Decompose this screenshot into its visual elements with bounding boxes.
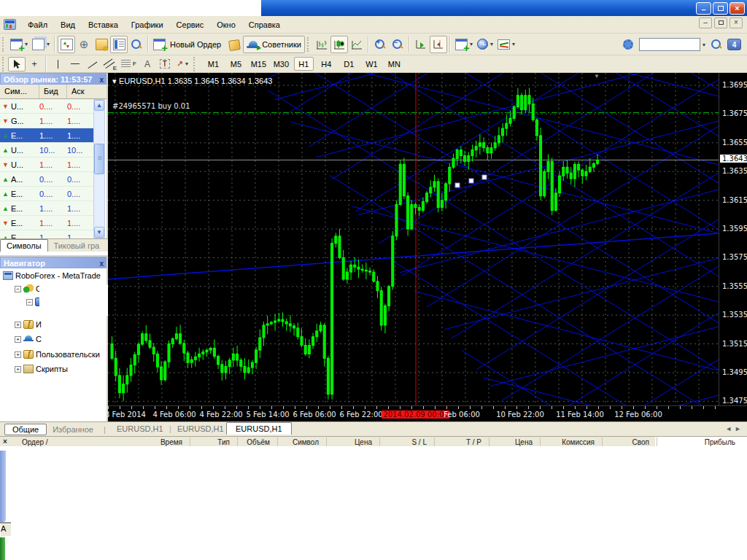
market-watch-toggle-button[interactable]	[58, 36, 75, 53]
templates-button[interactable]: ▾	[495, 36, 517, 53]
market-watch-row[interactable]: ▼G...1....1....	[0, 114, 95, 128]
community-button[interactable]: 4	[727, 39, 741, 50]
terminal-column-8[interactable]: Цена	[474, 438, 533, 446]
timeframe-m5-button[interactable]: M5	[226, 57, 246, 71]
indicators-button[interactable]: ▾	[453, 36, 475, 53]
scroll-thumb[interactable]	[94, 144, 104, 174]
timeframe-h1-button[interactable]: H1	[294, 57, 314, 71]
chart-shift-marker-icon[interactable]: ▼	[594, 73, 600, 79]
metaeditor-button[interactable]	[225, 36, 243, 53]
collapse-icon[interactable]: −	[15, 286, 21, 292]
price-axis[interactable]: 1.36951.36751.36551.36351.36151.35951.35…	[719, 73, 747, 420]
expand-icon[interactable]: +	[15, 336, 21, 343]
zoom-out-button[interactable]: −	[389, 36, 406, 53]
child-close-button[interactable]: ×	[729, 18, 743, 28]
bar-chart-button[interactable]	[313, 36, 330, 53]
menu-окно[interactable]: Окно	[210, 18, 242, 31]
market-watch-row[interactable]: ▲E...0....0....	[0, 187, 95, 201]
strategy-tester-button[interactable]	[128, 36, 145, 53]
menu-графики[interactable]: Графики	[125, 18, 170, 31]
terminal-column-6[interactable]: S / L	[368, 438, 427, 446]
auto-scroll-button[interactable]	[412, 36, 430, 53]
tab-tick-chart[interactable]: Тиковый гра	[48, 240, 106, 252]
trendline-tool-button[interactable]	[84, 57, 101, 71]
market-watch-row[interactable]: ▲E...1....1....	[0, 201, 95, 216]
terminal-column-11[interactable]: Прибыль	[677, 438, 735, 446]
fibonacci-tool-button[interactable]: F	[119, 57, 139, 71]
terminal-column-7[interactable]: T / P	[423, 438, 481, 446]
window-close-button[interactable]: ×	[729, 2, 745, 15]
chart-shift-button[interactable]	[430, 36, 447, 53]
autotrading-settings-button[interactable]	[619, 36, 637, 53]
search-dropdown-arrow[interactable]: ▾	[703, 42, 705, 48]
tab-symbols[interactable]: Символы	[0, 239, 48, 252]
child-minimize-button[interactable]: –	[699, 18, 712, 28]
terminal-toggle-button[interactable]	[110, 36, 128, 53]
market-watch-row[interactable]: ▼E...1....1....	[0, 216, 95, 230]
collapse-icon[interactable]: −	[26, 299, 33, 306]
timeframe-h4-button[interactable]: H4	[317, 57, 336, 71]
market-watch-row[interactable]: ▲E...1....1....	[0, 128, 95, 143]
toolbar-grip[interactable]	[2, 57, 6, 71]
menu-вид[interactable]: Вид	[54, 18, 82, 31]
timeframe-m15-button[interactable]: M15	[249, 57, 268, 71]
terminal-column-10[interactable]: Своп	[591, 438, 649, 446]
candlestick-chart-button[interactable]	[330, 36, 348, 53]
terminal-close-icon[interactable]: ×	[3, 438, 7, 446]
navigator-item-с[interactable]: +С	[15, 335, 42, 343]
navigator-item-с[interactable]: −С	[15, 284, 42, 293]
new-chart-button[interactable]: ▾	[8, 36, 30, 53]
periods-button[interactable]: ▾	[475, 36, 495, 53]
column-ask[interactable]: Аск	[67, 85, 92, 98]
data-window-button[interactable]: ⊕	[75, 36, 93, 53]
arrows-tool-button[interactable]: ↗▾	[174, 57, 191, 71]
column-bid[interactable]: Бид	[39, 85, 67, 98]
market-watch-row[interactable]: ▼U...1....1....	[0, 158, 95, 172]
line-chart-button[interactable]	[348, 36, 365, 53]
menu-вставка[interactable]: Вставка	[82, 18, 125, 31]
toolbar-grip[interactable]	[193, 57, 197, 71]
expert-advisors-button[interactable]: ▶ Советники	[243, 36, 305, 53]
chart-tab-2[interactable]: EURUSD,H1	[226, 422, 292, 435]
expand-icon[interactable]: +	[15, 366, 21, 373]
cursor-tool-button[interactable]	[8, 57, 26, 71]
window-maximize-button[interactable]	[713, 2, 728, 15]
terminal-column-4[interactable]: Символ	[260, 438, 319, 446]
menu-сервис[interactable]: Сервис	[170, 18, 211, 31]
expand-icon[interactable]: +	[15, 351, 21, 358]
search-input[interactable]	[639, 38, 700, 51]
menu-справка[interactable]: Справка	[242, 18, 287, 31]
search-button[interactable]	[708, 36, 725, 53]
chart-tab-0[interactable]: EURUSD,H1	[117, 424, 163, 433]
navigator-item-скрипты[interactable]: +Скрипты	[15, 365, 68, 373]
navigator-item-roboforex - metatrade[interactable]: RoboForex - MetaTrade	[3, 271, 101, 280]
vertical-line-tool-button[interactable]	[49, 57, 66, 71]
channel-tool-button[interactable]: E	[101, 57, 119, 71]
profiles-button[interactable]: ▾	[30, 36, 52, 53]
market-watch-scrollbar[interactable]: ▲ ▼	[93, 99, 105, 238]
chart-tabs-scroll-arrows[interactable]: ◄►	[725, 425, 744, 432]
zoom-in-button[interactable]: +	[371, 36, 389, 53]
terminal-column-5[interactable]: Цена	[314, 438, 372, 446]
chart-tab-1[interactable]: EURUSD,H1	[177, 424, 224, 433]
toolbar-grip[interactable]	[307, 37, 311, 52]
scroll-down-icon[interactable]: ▼	[94, 227, 104, 238]
navigator-toggle-button[interactable]	[93, 36, 110, 53]
terminal-column-9[interactable]: Комиссия	[536, 438, 595, 446]
navigator-item-пользовательски[interactable]: +Пользовательски	[15, 350, 100, 359]
market-watch-row[interactable]: ▲U...10...10...	[0, 143, 95, 158]
tab-favorites[interactable]: Избранное	[47, 424, 99, 435]
menu-файл[interactable]: Файл	[21, 18, 54, 31]
new-order-button[interactable]: Новый Ордер	[151, 36, 225, 53]
chart-plot[interactable]: ▾ EURUSD,H1 1.3635 1.3645 1.3634 1.3643 …	[108, 73, 719, 405]
tab-common[interactable]: Общие	[4, 424, 47, 435]
terminal-column-0[interactable]: Ордер /	[22, 438, 48, 446]
text-tool-button[interactable]: A	[139, 57, 156, 71]
timeframe-d1-button[interactable]: D1	[339, 57, 359, 71]
crosshair-tool-button[interactable]: +	[26, 57, 43, 71]
text-label-tool-button[interactable]: T	[156, 57, 174, 71]
scroll-up-icon[interactable]: ▲	[94, 100, 104, 111]
timeframe-m1-button[interactable]: M1	[204, 57, 223, 71]
window-minimize-button[interactable]: –	[696, 2, 711, 15]
toolbar-grip[interactable]	[2, 37, 6, 52]
